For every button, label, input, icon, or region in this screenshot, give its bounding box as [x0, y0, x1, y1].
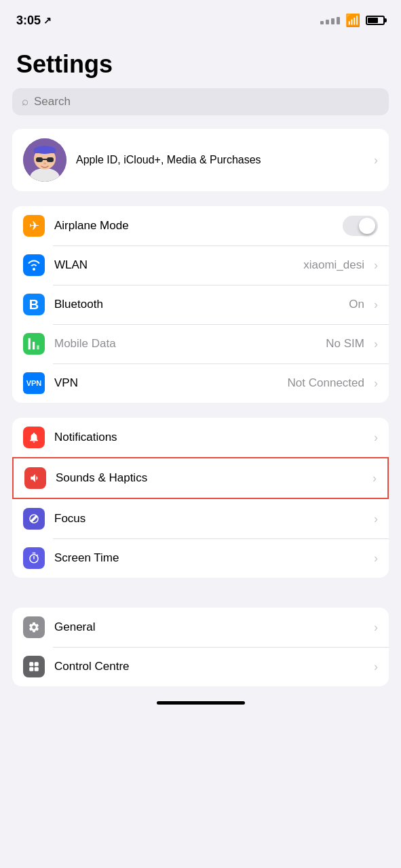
mobile-data-label: Mobile Data: [54, 337, 316, 351]
battery-fill: [368, 18, 378, 23]
vpn-chevron: ›: [374, 376, 378, 391]
search-icon: ⌕: [22, 95, 28, 108]
control-centre-chevron: ›: [374, 660, 378, 674]
focus-screen-time-card: Focus › Screen Time ›: [12, 499, 389, 578]
apple-id-row[interactable]: Apple ID, iCloud+, Media & Purchases ›: [12, 129, 389, 191]
airplane-mode-row[interactable]: ✈ Airplane Mode: [12, 206, 389, 245]
screen-time-icon: [23, 547, 45, 569]
screen-time-label: Screen Time: [54, 551, 364, 565]
status-icons: 📶: [320, 13, 385, 28]
page-title: Settings: [0, 37, 401, 88]
svg-rect-12: [35, 667, 39, 671]
status-bar: 3:05 ↗ 📶: [0, 0, 401, 37]
bluetooth-label: Bluetooth: [54, 298, 339, 311]
screen-time-row[interactable]: Screen Time ›: [12, 538, 389, 578]
wlan-chevron: ›: [374, 258, 378, 273]
apple-id-card: Apple ID, iCloud+, Media & Purchases ›: [12, 129, 389, 191]
control-centre-icon: [23, 656, 45, 677]
vpn-icon: VPN: [23, 372, 45, 394]
bluetooth-chevron: ›: [374, 298, 378, 312]
location-icon: ↗: [43, 15, 52, 26]
sounds-haptics-highlighted-row[interactable]: Sounds & Haptics ›: [12, 457, 389, 499]
sounds-haptics-label: Sounds & Haptics: [56, 471, 363, 485]
mobile-data-row[interactable]: Mobile Data No SIM ›: [12, 324, 389, 363]
svg-rect-10: [35, 662, 39, 666]
mobile-data-chevron: ›: [374, 337, 378, 351]
bluetooth-icon: B: [23, 294, 45, 315]
notifications-chevron: ›: [374, 431, 378, 445]
wlan-icon: [23, 254, 45, 276]
control-centre-row[interactable]: Control Centre ›: [12, 647, 389, 686]
general-label: General: [54, 620, 364, 634]
svg-rect-6: [47, 157, 54, 162]
chevron-icon: ›: [374, 153, 378, 167]
wlan-row[interactable]: WLAN xiaomi_desi ›: [12, 245, 389, 285]
focus-label: Focus: [54, 512, 364, 526]
svg-rect-11: [29, 667, 33, 671]
svg-rect-4: [34, 148, 56, 153]
mobile-data-value: No SIM: [326, 337, 364, 351]
bluetooth-value: On: [349, 298, 364, 311]
general-row[interactable]: General ›: [12, 608, 389, 647]
wlan-value: xiaomi_desi: [303, 258, 364, 272]
notifications-row[interactable]: Notifications ›: [12, 418, 389, 457]
bluetooth-row[interactable]: B Bluetooth On ›: [12, 285, 389, 324]
airplane-mode-icon: ✈: [23, 215, 45, 237]
home-indicator: [157, 701, 245, 705]
control-centre-label: Control Centre: [54, 660, 364, 673]
svg-rect-5: [36, 157, 43, 162]
notifications-card-top: Notifications ›: [12, 418, 389, 457]
general-icon: [23, 616, 45, 638]
status-time: 3:05 ↗: [16, 14, 52, 28]
sounds-haptics-chevron: ›: [373, 471, 377, 486]
vpn-row[interactable]: VPN VPN Not Connected ›: [12, 363, 389, 403]
apple-id-label: Apple ID, iCloud+, Media & Purchases: [76, 154, 364, 166]
notifications-label: Notifications: [54, 431, 364, 444]
focus-row[interactable]: Focus ›: [12, 499, 389, 538]
airplane-mode-toggle[interactable]: [343, 216, 378, 236]
wifi-icon: 📶: [345, 13, 360, 28]
vpn-label: VPN: [54, 376, 278, 390]
vpn-value: Not Connected: [288, 376, 364, 390]
battery-icon: [366, 16, 385, 25]
focus-chevron: ›: [374, 512, 378, 526]
wlan-label: WLAN: [54, 258, 294, 272]
notifications-icon: [23, 427, 45, 448]
sounds-haptics-icon: [24, 467, 46, 489]
mobile-data-icon: [23, 333, 45, 355]
search-bar[interactable]: ⌕: [12, 88, 389, 115]
general-card: General › Control Centre ›: [12, 608, 389, 686]
avatar: [23, 138, 66, 182]
svg-point-8: [43, 163, 46, 165]
search-input[interactable]: [34, 95, 379, 108]
connectivity-card: ✈ Airplane Mode WLAN xiaomi_desi › B Blu…: [12, 206, 389, 403]
signal-dots: [320, 17, 340, 24]
airplane-mode-label: Airplane Mode: [54, 219, 333, 233]
screen-time-chevron: ›: [374, 551, 378, 566]
focus-icon: [23, 508, 45, 530]
svg-rect-9: [29, 662, 33, 666]
sounds-haptics-row[interactable]: Sounds & Haptics ›: [14, 458, 387, 498]
general-chevron: ›: [374, 620, 378, 635]
